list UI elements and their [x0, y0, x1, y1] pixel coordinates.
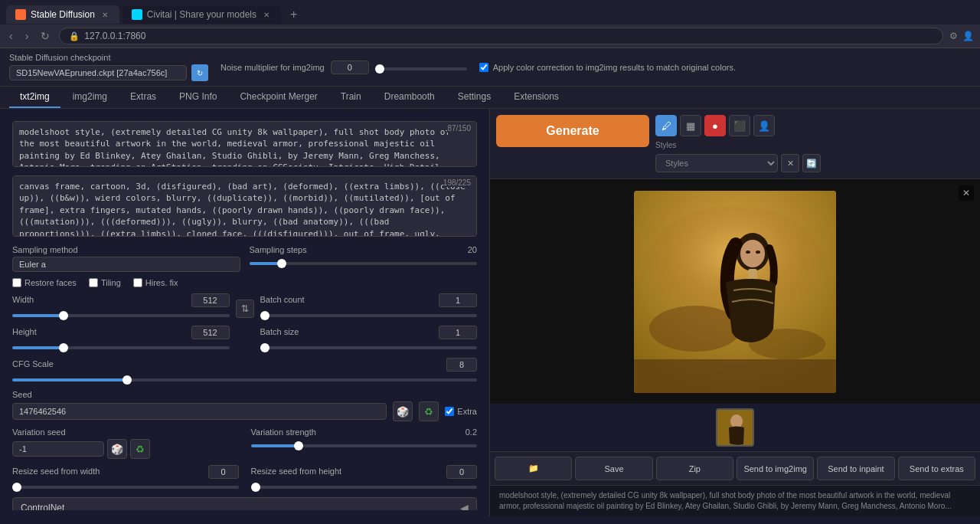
open-folder-btn[interactable]: 📁	[495, 457, 572, 480]
tiling-input[interactable]	[89, 278, 98, 287]
variation-seed-label: Variation seed	[12, 427, 239, 437]
cfg-slider[interactable]	[12, 378, 477, 382]
tab-civitai[interactable]: Civitai | Share your models ✕	[122, 5, 281, 24]
style-user-btn[interactable]: 👤	[753, 115, 775, 136]
styles-section-label: Styles	[655, 141, 821, 149]
variation-recycle-btn[interactable]: ♻	[130, 439, 150, 459]
forward-button[interactable]: ›	[22, 28, 32, 44]
style-palette-btn[interactable]: ▦	[680, 115, 701, 136]
refresh-checkpoint-btn[interactable]: ↻	[191, 64, 208, 81]
color-correction-checkbox[interactable]	[479, 63, 488, 72]
recycle-seed-btn[interactable]: ♻	[419, 401, 439, 421]
left-scroll-area[interactable]: modelshoot style, (extremely detailed CG…	[6, 115, 483, 510]
variation-dice-btn[interactable]: 🎲	[107, 439, 127, 459]
hires-fix-checkbox[interactable]: Hires. fix	[133, 278, 178, 287]
checkpoint-select[interactable]: SD15NewVAEpruned.ckpt [27a4ac756c]	[9, 65, 187, 80]
variation-seed-input[interactable]: -1	[12, 441, 104, 457]
hires-fix-label: Hires. fix	[145, 278, 178, 287]
send-img2img-btn[interactable]: Send to img2img	[737, 457, 814, 480]
tab-settings[interactable]: Settings	[447, 87, 501, 108]
extra-checkbox[interactable]: Extra	[445, 407, 477, 416]
sampling-method-label: Sampling method	[12, 245, 240, 254]
resize-width-col: Resize seed from width 0	[12, 465, 239, 491]
height-label: Height	[12, 327, 37, 336]
bottom-prompt: modelshoot style, (extremely detailed CG…	[490, 485, 980, 516]
left-panel: modelshoot style, (extremely detailed CG…	[0, 109, 490, 516]
batch-count-slider[interactable]	[260, 314, 478, 317]
controlnet-section[interactable]: ControlNet ◀	[12, 497, 477, 510]
dimension-link-btn[interactable]: ⇅	[236, 300, 254, 318]
controlnet-label: ControlNet	[21, 503, 64, 510]
tiling-checkbox[interactable]: Tiling	[89, 278, 121, 287]
negative-prompt-textarea[interactable]: canvas frame, cartoon, 3d, (disfigured),…	[12, 175, 477, 237]
sampling-steps-section: Sampling steps 20	[250, 245, 478, 267]
variation-seed-col: Variation seed -1 🎲 ♻	[12, 427, 239, 459]
tab-png-info[interactable]: PNG Info	[168, 87, 227, 108]
height-input[interactable]: 512	[191, 326, 230, 339]
styles-add-btn[interactable]: 🔄	[802, 154, 821, 172]
variation-strength-label: Variation strength 0.2	[251, 427, 478, 437]
cfg-input[interactable]: 8	[446, 358, 477, 372]
dice-btn[interactable]: 🎲	[393, 401, 413, 421]
send-inpaint-btn[interactable]: Send to inpaint	[817, 457, 894, 480]
resize-height-slider[interactable]	[251, 486, 478, 489]
tab-close-civitai[interactable]: ✕	[261, 9, 272, 20]
variation-section: Variation seed -1 🎲 ♻ Variation strength…	[12, 427, 477, 459]
style-brush-btn[interactable]: 🖊	[655, 115, 677, 136]
dimensions-section: Width 512 ⇅ Batch count 1	[12, 293, 477, 319]
tab-txt2img[interactable]: txt2img	[9, 87, 60, 108]
restore-faces-checkbox[interactable]: Restore faces	[12, 278, 77, 287]
style-red-btn[interactable]: ●	[704, 115, 726, 136]
noise-slider[interactable]	[375, 67, 467, 70]
tab-dreambooth[interactable]: Dreambooth	[374, 87, 446, 108]
tab-checkpoint-merger[interactable]: Checkpoint Merger	[229, 87, 328, 108]
hires-fix-input[interactable]	[133, 278, 142, 287]
tab-train[interactable]: Train	[330, 87, 372, 108]
styles-remove-btn[interactable]: ✕	[781, 154, 799, 172]
tab-extensions[interactable]: Extensions	[503, 87, 570, 108]
style-dark-btn[interactable]: ⬛	[729, 115, 750, 136]
top-bar: Stable Diffusion checkpoint SD15NewVAEpr…	[0, 48, 980, 87]
width-input[interactable]: 512	[191, 293, 230, 307]
noise-input[interactable]: 0	[331, 61, 369, 74]
seed-input[interactable]: 1476462546	[12, 403, 387, 420]
generate-button[interactable]: Generate	[496, 115, 649, 147]
tab-img2img[interactable]: img2img	[62, 87, 118, 108]
extensions-icon[interactable]: ⚙	[949, 31, 958, 41]
profile-icon[interactable]: 👤	[962, 31, 974, 41]
svg-point-8	[756, 251, 760, 254]
back-button[interactable]: ‹	[6, 28, 16, 44]
batch-size-input[interactable]: 1	[439, 326, 477, 339]
sampling-steps-slider[interactable]	[250, 262, 478, 265]
main-content: modelshoot style, (extremely detailed CG…	[0, 109, 980, 516]
tab-extras[interactable]: Extras	[119, 87, 167, 108]
resize-width-label: Resize seed from width	[12, 467, 100, 476]
resize-height-input[interactable]: 0	[446, 465, 477, 479]
resize-width-input[interactable]: 0	[208, 465, 239, 479]
tab-bar: Stable Diffusion ✕ Civitai | Share your …	[0, 0, 980, 25]
reload-button[interactable]: ↻	[38, 28, 53, 44]
width-slider[interactable]	[12, 314, 230, 317]
styles-select[interactable]: Styles	[655, 154, 778, 172]
send-extras-btn[interactable]: Send to extras	[898, 457, 975, 480]
url-bar[interactable]: 🔒 127.0.0.1:7860	[59, 28, 943, 44]
positive-prompt-textarea[interactable]: modelshoot style, (extremely detailed CG…	[12, 121, 477, 167]
variation-strength-col: Variation strength 0.2	[251, 427, 478, 459]
batch-count-input[interactable]: 1	[439, 293, 477, 307]
resize-width-slider[interactable]	[12, 486, 239, 489]
variation-strength-slider[interactable]	[251, 444, 478, 447]
checkpoint-label: Stable Diffusion checkpoint	[9, 53, 208, 62]
save-btn[interactable]: Save	[575, 457, 652, 480]
tab-stable-diffusion[interactable]: Stable Diffusion ✕	[6, 5, 119, 24]
extra-checkbox-input[interactable]	[445, 407, 454, 416]
sampling-method-select[interactable]: Euler a	[12, 257, 240, 272]
style-icons-row: 🖊 ▦ ● ⬛ 👤	[655, 115, 821, 136]
tab-close-sd[interactable]: ✕	[100, 9, 110, 20]
new-tab-button[interactable]: +	[284, 5, 303, 25]
restore-faces-input[interactable]	[12, 278, 21, 287]
batch-size-slider[interactable]	[260, 346, 478, 349]
zip-btn[interactable]: Zip	[656, 457, 733, 480]
height-slider[interactable]	[12, 346, 230, 349]
thumbnail-1[interactable]	[716, 408, 754, 447]
close-image-btn[interactable]: ✕	[959, 185, 974, 201]
